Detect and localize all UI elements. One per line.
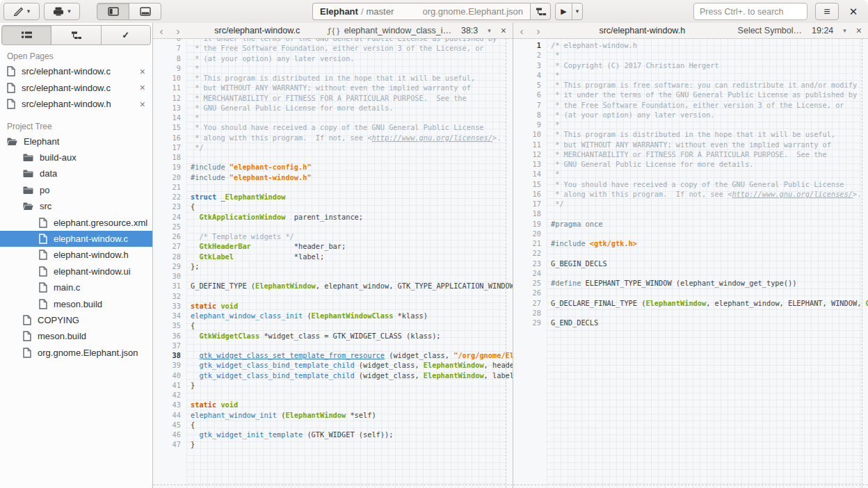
run-options-button[interactable]: ▾ [572, 3, 583, 20]
omnibar-button[interactable]: Elephant / master org.gnome.Elephant.jso… [312, 3, 530, 20]
code-text: gtk_widget_init_template (GTK_WIDGET (se… [186, 430, 393, 439]
device-icon [53, 7, 64, 16]
code-text: * This program is distributed in the hop… [547, 129, 835, 139]
code-line: 41} [153, 380, 513, 390]
toggle-left-panel-button[interactable] [97, 3, 129, 20]
tree-item[interactable]: Elephant [0, 133, 152, 149]
tree-item[interactable]: meson.build [0, 328, 152, 344]
code-text: }; [186, 261, 199, 271]
line-number: 13 [153, 103, 186, 113]
code-text: struct _ElephantWindow [186, 192, 285, 202]
line-number: 20 [153, 172, 186, 182]
tree-item[interactable]: po [0, 182, 152, 198]
code-text: { [186, 420, 195, 430]
chevron-down-icon[interactable]: ▾ [488, 27, 491, 34]
code-text [186, 271, 191, 281]
code-line: 25 [153, 222, 513, 231]
code-text: * [186, 63, 199, 73]
nav-forward-button[interactable]: › [530, 26, 547, 36]
code-line: 26 [513, 288, 868, 298]
code-text: gtk_widget_class_bind_template_child (wi… [186, 360, 513, 370]
line-number: 21 [513, 238, 547, 248]
code-line: 43static void [153, 400, 513, 409]
tree-item[interactable]: elephant-window.c [0, 231, 152, 247]
code-line: 28 [513, 308, 868, 318]
close-icon[interactable]: × [138, 66, 147, 77]
chevron-down-icon: ▾ [67, 8, 71, 15]
line-number: 31 [153, 281, 186, 291]
margin-line [153, 485, 513, 485]
toggle-bottom-panel-button[interactable] [129, 3, 161, 20]
nav-forward-button[interactable]: › [170, 26, 186, 36]
line-number: 8 [153, 54, 186, 63]
line-number: 12 [153, 93, 186, 103]
tree-item[interactable]: elephant-window.ui [0, 263, 152, 279]
build-button[interactable] [530, 3, 551, 20]
nav-back-button[interactable]: ‹ [513, 26, 530, 36]
editor-mode-button[interactable]: ▾ [3, 3, 40, 20]
close-icon[interactable]: × [138, 99, 147, 110]
line-number: 7 [153, 43, 186, 53]
tree-item[interactable]: COPYING [0, 312, 152, 328]
sidebar-tab-project-tree[interactable] [51, 25, 101, 45]
window-close-button[interactable]: ✕ [843, 3, 864, 20]
tree-item[interactable]: meson.build [0, 295, 152, 311]
tree-item-label: meson.build [54, 299, 102, 309]
line-number: 6 [153, 38, 186, 43]
code-text [547, 209, 551, 218]
code-text: * along with this program. If not, see <… [186, 133, 501, 143]
code-text: * along with this program. If not, see <… [547, 189, 861, 199]
code-editor[interactable]: 6 * it under the terms of the GNU Genera… [153, 38, 513, 488]
line-number: 13 [513, 159, 547, 169]
code-line: 24 [513, 268, 868, 278]
code-line: 40 gtk_widget_class_bind_template_child … [153, 371, 513, 380]
tree-item[interactable]: src [0, 198, 152, 214]
code-text: /* Template widgets */ [186, 231, 294, 241]
close-pane-button[interactable]: × [501, 25, 506, 36]
margin-line [513, 485, 868, 485]
sidebar-tab-open-pages[interactable] [1, 25, 51, 45]
code-editor[interactable]: 1/* elephant-window.h2 *3 * Copyright (C… [513, 38, 868, 488]
code-line: 3 * Copyright (C) 2017 Christian Hergert [513, 60, 868, 70]
code-text: { [186, 320, 195, 330]
menu-button[interactable]: ≡ [815, 3, 839, 20]
open-page-item[interactable]: src/elephant-window.c× [0, 63, 152, 80]
tree-item[interactable]: data [0, 165, 152, 181]
chevron-down-icon[interactable]: ▾ [843, 27, 846, 34]
sidebar-tab-tasks[interactable]: ✓ [101, 25, 151, 45]
close-pane-button[interactable]: × [856, 25, 862, 36]
symbol-menu-button[interactable]: Select Symbol… [738, 26, 802, 35]
tree-item[interactable]: elephant-window.h [0, 247, 152, 263]
editor-pane-1: ‹ › src/elephant-window.h Select Symbol…… [513, 23, 868, 488]
build-tree-icon [536, 8, 546, 16]
document-title: src/elephant-window.h [547, 26, 738, 35]
branch-name: master [367, 6, 394, 17]
code-text: * This program is free software: you can… [547, 80, 857, 90]
code-line: 5 * This program is free software: you c… [513, 80, 868, 90]
line-number: 25 [153, 222, 186, 231]
tree-item[interactable]: elephant.gresource.xml [0, 214, 152, 230]
tree-item[interactable]: org.gnome.Elephant.json [0, 345, 152, 361]
code-line: 8 * (at your option) any later version. [153, 54, 513, 63]
tree-item[interactable]: build-aux [0, 149, 152, 165]
line-number: 29 [153, 261, 186, 271]
code-line: 18 [513, 209, 868, 218]
open-page-item[interactable]: src/elephant-window.h× [0, 96, 152, 113]
cursor-position: 19:24 [812, 26, 833, 35]
device-button[interactable]: ▾ [44, 3, 80, 20]
symbol-menu-button[interactable]: ƒ{} elephant_window_class_i… [328, 26, 451, 35]
search-input[interactable] [693, 3, 807, 20]
nav-back-button[interactable]: ‹ [153, 26, 170, 36]
close-icon[interactable]: × [138, 82, 147, 93]
code-text: * MERCHANTABILITY or FITNESS FOR A PARTI… [186, 93, 467, 103]
cursor-position: 38:3 [461, 26, 478, 35]
code-line: 20#include "elephant-window.h" [153, 172, 513, 182]
line-number: 14 [513, 169, 547, 179]
code-text: * but WITHOUT ANY WARRANTY; without even… [547, 140, 831, 149]
tree-item[interactable]: main.c [0, 279, 152, 295]
code-text: #include <gtk/gtk.h> [547, 238, 637, 248]
line-number: 20 [513, 229, 547, 238]
open-page-item[interactable]: src/elephant-window.c× [0, 80, 152, 97]
code-lines-0: 6 * it under the terms of the GNU Genera… [153, 38, 513, 450]
run-button[interactable]: ▶ [555, 3, 572, 20]
